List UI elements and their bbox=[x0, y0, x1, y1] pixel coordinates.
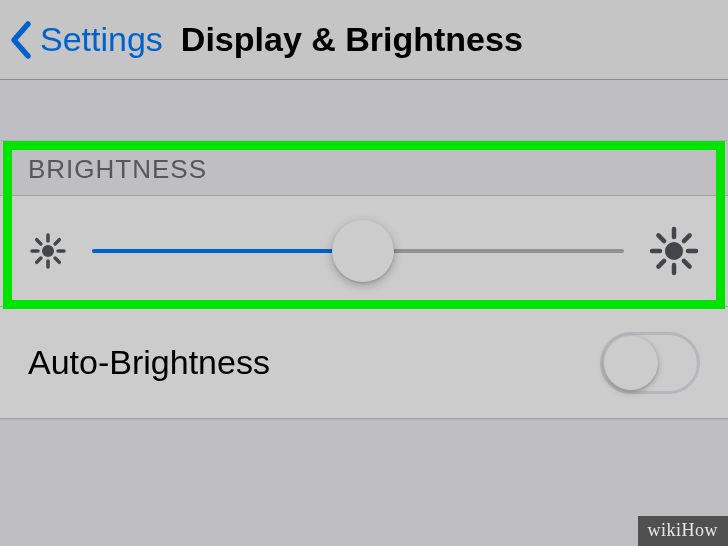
svg-line-14 bbox=[658, 235, 664, 241]
back-label: Settings bbox=[40, 20, 163, 59]
page-title: Display & Brightness bbox=[181, 20, 523, 59]
svg-point-9 bbox=[665, 242, 683, 260]
brightness-slider-row bbox=[0, 195, 728, 307]
brightness-slider[interactable] bbox=[92, 249, 624, 253]
watermark: wikiHow bbox=[638, 516, 729, 546]
auto-brightness-toggle[interactable] bbox=[600, 332, 700, 394]
svg-line-15 bbox=[684, 261, 690, 267]
auto-brightness-row: Auto-Brightness bbox=[0, 307, 728, 419]
svg-line-5 bbox=[37, 240, 41, 244]
chevron-left-icon bbox=[8, 20, 34, 60]
spacer-bottom bbox=[0, 419, 728, 546]
svg-point-0 bbox=[42, 245, 54, 257]
nav-header: Settings Display & Brightness bbox=[0, 0, 728, 80]
svg-line-16 bbox=[684, 235, 690, 241]
auto-brightness-label: Auto-Brightness bbox=[28, 343, 270, 382]
brightness-high-icon bbox=[648, 225, 700, 277]
svg-line-8 bbox=[37, 258, 41, 262]
section-header-brightness: BRIGHTNESS bbox=[0, 140, 728, 195]
back-button[interactable]: Settings bbox=[8, 20, 163, 60]
toggle-thumb bbox=[604, 336, 658, 390]
svg-line-7 bbox=[55, 240, 59, 244]
slider-fill bbox=[92, 249, 363, 253]
spacer bbox=[0, 80, 728, 140]
brightness-low-icon bbox=[28, 231, 68, 271]
slider-thumb[interactable] bbox=[332, 220, 394, 282]
svg-line-17 bbox=[658, 261, 664, 267]
svg-line-6 bbox=[55, 258, 59, 262]
section-header-label: BRIGHTNESS bbox=[28, 154, 207, 185]
